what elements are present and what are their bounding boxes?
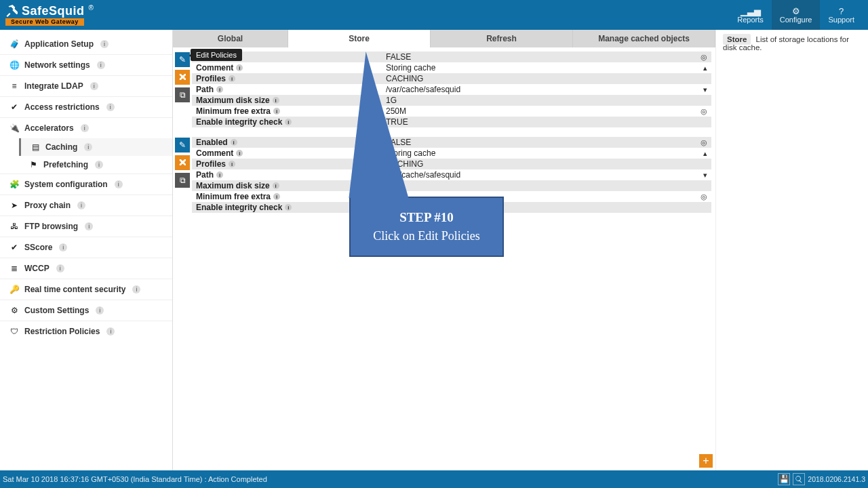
info-icon[interactable]: i [229,75,235,82]
info-icon[interactable]: i [273,182,279,189]
settings-icon: ⚙ [9,306,19,315]
brand-reg: ® [89,5,94,12]
sidebar: 🧳Application Setupi🌐Network settingsi≡In… [0,30,173,470]
row-control [684,202,711,213]
sidebar-item-system-configuration[interactable]: 🧩System configurationi [0,174,172,195]
build-number: 2018.0206.2141.3 [808,475,865,483]
row-value: 1G [382,95,684,106]
help-panel: Store List of storage locations for disk… [715,30,868,470]
row-value: CACHING [382,159,684,169]
topnav-item-support[interactable]: ?Support [820,0,863,30]
sidebar-item-ftp-browsing[interactable]: 🖧FTP browsingi [0,216,172,237]
info-icon[interactable]: i [216,86,223,93]
row-control[interactable]: ◎ [684,52,711,62]
info-icon[interactable]: i [216,171,223,178]
info-icon[interactable]: i [81,124,89,132]
info-icon[interactable]: i [273,193,280,200]
info-icon[interactable]: i [273,97,279,104]
info-icon[interactable]: i [96,306,104,314]
row-control[interactable]: ▾ [684,84,711,95]
sliders-icon: ⚙ [792,6,800,16]
tab-manage-cached-objects[interactable]: Manage cached objects [573,30,715,47]
row-control [684,180,711,191]
header-bar: SafeSquid ® Secure Web Gateway ▁▃▅Report… [0,0,868,30]
info-icon[interactable]: i [285,119,292,125]
row-control[interactable]: ◎ [684,106,711,117]
row-control[interactable]: ◎ [684,191,711,202]
sidebar-item-application-setup[interactable]: 🧳Application Setupi [0,34,172,54]
edit-button[interactable]: ✎ [175,138,190,152]
main-area: 🧳Application Setupi🌐Network settingsi≡In… [0,30,868,470]
info-icon[interactable]: i [56,264,64,272]
tab-store[interactable]: Store [288,30,431,47]
info-icon[interactable]: i [90,82,98,90]
topnav-item-configure[interactable]: ⚙Configure [772,0,821,30]
sidebar-item-integrate-ldap[interactable]: ≡Integrate LDAPi [0,75,172,96]
check-icon: ✔ [9,243,19,252]
info-icon[interactable]: i [84,143,92,151]
tab-refresh[interactable]: Refresh [431,30,573,47]
brand-subtitle: Secure Web Gateway [5,18,84,26]
sidebar-item-prefetching[interactable]: ⚑Prefetchingi [19,156,172,174]
sidebar-item-network-settings[interactable]: 🌐Network settingsi [0,54,172,75]
row-control[interactable]: ▴ [684,148,711,159]
delete-button[interactable]: 🗙 [175,155,190,170]
info-icon[interactable]: i [273,108,280,115]
info-icon[interactable]: i [97,61,105,69]
save-icon[interactable]: 💾 [778,473,790,485]
sidebar-item-real-time-content-security[interactable]: 🔑Real time content securityi [0,279,172,300]
forward-icon: ➤ [9,201,19,210]
copy-button[interactable]: ⧉ [175,87,190,102]
info-icon[interactable]: i [115,180,123,188]
info-icon[interactable]: i [95,161,103,169]
topnav-item-reports[interactable]: ▁▃▅Reports [729,0,772,30]
top-nav: ▁▃▅Reports⚙Configure?Support [729,0,863,30]
sidebar-item-sscore[interactable]: ✔SScorei [0,237,172,258]
info-icon[interactable]: i [236,64,243,71]
key-icon: 🔑 [9,285,19,294]
row-control[interactable]: ◎ [684,137,711,148]
callout-line2: Click on Edit Policies [357,229,496,243]
list-icon: ≡ [9,81,19,91]
row-control [684,73,711,84]
info-icon[interactable]: i [229,161,235,167]
sidebar-item-wccp[interactable]: ≣WCCPi [0,258,172,279]
info-icon[interactable]: i [236,150,243,157]
info-icon[interactable]: i [59,243,67,251]
add-policy-button[interactable]: + [699,454,713,468]
sidebar-item-caching[interactable]: ▤Cachingi [19,138,172,156]
row-value: CACHING [382,73,684,84]
copy-button[interactable]: ⧉ [175,173,190,188]
question-icon: ? [839,6,844,16]
info-icon[interactable]: i [106,327,115,336]
sidebar-item-proxy-chain[interactable]: ➤Proxy chaini [0,195,172,216]
tools-icon [5,5,18,17]
info-icon[interactable]: i [285,204,292,211]
row-value: TRUE [382,117,684,127]
row-value: Storing cache [382,62,684,73]
callout-line1: STEP #10 [357,210,496,225]
info-icon[interactable]: i [77,201,85,209]
delete-button[interactable]: 🗙 [175,70,190,85]
tab-global[interactable]: Global [173,30,288,47]
sidebar-item-accelerators[interactable]: 🔌Acceleratorsi [0,117,172,138]
info-icon[interactable]: i [100,40,108,48]
sidebar-item-restriction-policies[interactable]: 🛡Restriction Policiesi [0,321,172,342]
info-icon[interactable]: i [132,285,140,293]
shield-check-icon: ✔ [9,102,19,112]
file-icon: ▤ [31,142,40,152]
sidebar-item-access-restrictions[interactable]: ✔Access restrictionsi [0,96,172,117]
search-icon[interactable] [793,473,805,485]
row-control[interactable]: ▴ [684,62,711,73]
brand-name: SafeSquid [22,5,85,17]
policies-list: Edit Policies STEP #10 Click on Edit Pol… [173,47,715,226]
row-value: 1G [382,180,684,191]
sidebar-item-custom-settings[interactable]: ⚙Custom Settingsi [0,300,172,321]
row-control[interactable]: ▾ [684,169,711,180]
info-icon[interactable]: i [231,139,237,146]
layers-icon: ≣ [9,264,19,273]
info-icon[interactable]: i [85,222,93,230]
status-bar: Sat Mar 10 2018 16:37:16 GMT+0530 (India… [0,470,868,488]
row-control [684,159,711,169]
info-icon[interactable]: i [106,103,115,111]
